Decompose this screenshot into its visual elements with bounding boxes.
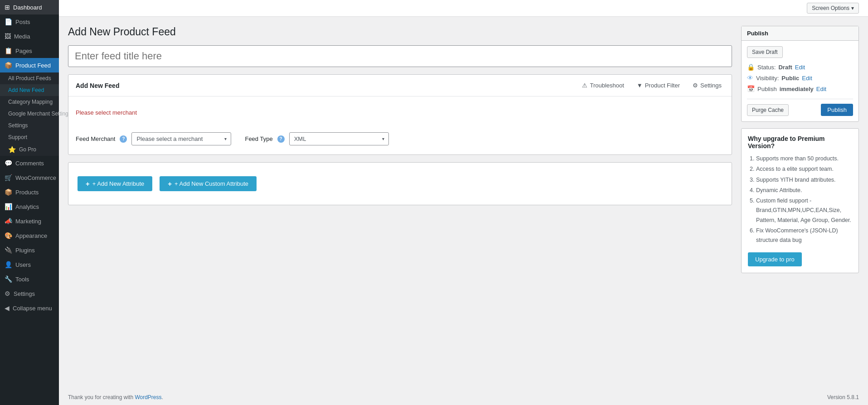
merchant-fields-row: Feed Merchant ? Please select a merchant…: [68, 132, 732, 154]
sidebar-item-settings-main[interactable]: ⚙ Settings: [0, 286, 59, 301]
status-edit-link[interactable]: Edit: [795, 64, 805, 71]
visibility-edit-link[interactable]: Edit: [802, 75, 812, 82]
feed-type-field-group: Feed Type ? XML CSV TSV JSON ▾: [245, 132, 388, 145]
feed-card-title: Add New Feed: [76, 82, 119, 89]
sidebar-item-woocommerce[interactable]: 🛒 WooCommerce: [0, 170, 59, 185]
merchant-select-wrap: Please select a merchant ▾: [131, 132, 231, 145]
dashboard-icon: ⊞: [5, 4, 10, 11]
sidebar-item-support[interactable]: Support: [0, 131, 59, 143]
comments-icon: 💬: [5, 159, 12, 167]
premium-box: Why upgrade to Premium Version? Supports…: [741, 128, 859, 273]
products-icon: 📦: [5, 188, 12, 196]
save-draft-button[interactable]: Save Draft: [747, 46, 783, 58]
footer: Thank you for creating with WordPress. V…: [59, 390, 868, 405]
sidebar-item-label: Settings: [14, 290, 35, 297]
status-row: 🔒 Status: Draft Edit: [747, 62, 853, 72]
right-sidebar: Publish Save Draft 🔒 Status: Draft Edit: [741, 26, 859, 273]
sidebar-item-comments[interactable]: 💬 Comments: [0, 156, 59, 170]
feed-card: Add New Feed ⚠ Troubleshoot ▼ Product Fi…: [68, 74, 732, 155]
sidebar-item-category-mapping[interactable]: Category Mapping: [0, 96, 59, 108]
sidebar-item-marketing[interactable]: 📣 Marketing: [0, 214, 59, 228]
list-item: Fix WooCommerce's (JSON-LD) structure da…: [756, 226, 852, 246]
settings-button[interactable]: ⚙ Settings: [690, 80, 724, 91]
wordpress-link[interactable]: WordPress: [135, 394, 161, 400]
sidebar-item-dashboard[interactable]: ⊞ Dashboard: [0, 0, 59, 14]
analytics-icon: 📊: [5, 203, 12, 210]
sidebar-item-google-merchant[interactable]: Google Merchant Settings: [0, 108, 59, 120]
sidebar-item-posts[interactable]: 📄 Posts: [0, 14, 59, 29]
merchant-notice-text: Please select merchant: [76, 109, 137, 116]
feed-type-select[interactable]: XML CSV TSV JSON: [289, 132, 389, 145]
sidebar-item-users[interactable]: 👤 Users: [0, 257, 59, 272]
add-attribute-label: + Add New Attribute: [92, 180, 145, 187]
troubleshoot-button[interactable]: ⚠ Troubleshoot: [579, 80, 626, 91]
publish-box-body: Save Draft 🔒 Status: Draft Edit 👁 Visibi…: [742, 41, 858, 121]
users-icon: 👤: [5, 261, 12, 268]
page-title: Add New Product Feed: [68, 26, 732, 38]
merchant-help-icon[interactable]: ?: [120, 135, 127, 143]
collapse-label: Collapse menu: [13, 305, 52, 312]
sidebar-item-plugins[interactable]: 🔌 Plugins: [0, 243, 59, 257]
add-custom-attribute-button[interactable]: + + Add New Custom Attribute: [160, 176, 257, 191]
sidebar-item-label: Product Feed: [15, 62, 51, 69]
list-item: Access to a elite support team.: [756, 164, 852, 174]
merchant-select[interactable]: Please select a merchant: [131, 132, 231, 145]
feed-type-help-icon[interactable]: ?: [277, 135, 285, 143]
posts-icon: 📄: [5, 18, 12, 25]
sidebar-item-analytics[interactable]: 📊 Analytics: [0, 199, 59, 214]
sidebar-item-label: Marketing: [15, 218, 41, 225]
sidebar-item-settings[interactable]: Settings: [0, 120, 59, 131]
plugins-icon: 🔌: [5, 246, 12, 254]
visibility-icon: 👁: [747, 74, 753, 82]
sidebar-item-appearance[interactable]: 🎨 Appearance: [0, 228, 59, 243]
sidebar-item-product-feed[interactable]: 📦 Product Feed: [0, 58, 59, 72]
purge-cache-button[interactable]: Purge Cache: [747, 104, 789, 116]
plus-icon-attr: +: [86, 180, 90, 188]
version-text: Version 5.8.1: [827, 394, 859, 400]
appearance-icon: 🎨: [5, 232, 12, 239]
category-mapping-label: Category Mapping: [8, 99, 53, 105]
status-label: Status:: [757, 64, 776, 71]
list-item: Supports YITH brand attributes.: [756, 175, 852, 185]
list-item: Dynamic Attribute.: [756, 186, 852, 195]
settings-label: Settings: [700, 82, 722, 89]
go-pro-label: Go Pro: [19, 146, 36, 153]
star-icon: ⭐: [8, 146, 16, 153]
merchant-notice: Please select merchant: [76, 106, 724, 123]
screen-options-button[interactable]: Screen Options ▾: [807, 3, 859, 14]
status-icon: 🔒: [747, 63, 755, 71]
sidebar-item-collapse[interactable]: ◀ Collapse menu: [0, 301, 59, 315]
product-feed-icon: 📦: [5, 62, 12, 69]
add-attribute-button[interactable]: + + Add New Attribute: [78, 176, 152, 191]
filter-icon: ▼: [637, 82, 643, 89]
sidebar-item-add-new-feed[interactable]: Add New Feed: [0, 84, 59, 96]
publish-time-edit-link[interactable]: Edit: [816, 86, 826, 92]
sidebar: ⊞ Dashboard 📄 Posts 🖼 Media 📋 Pages 📦 Pr…: [0, 0, 59, 405]
feed-card-actions: ⚠ Troubleshoot ▼ Product Filter ⚙ Settin…: [579, 80, 724, 91]
main-panel: Add New Product Feed Add New Feed ⚠ Trou…: [68, 26, 732, 205]
troubleshoot-label: Troubleshoot: [590, 82, 624, 89]
sidebar-item-tools[interactable]: 🔧 Tools: [0, 272, 59, 286]
upgrade-to-pro-button[interactable]: Upgrade to pro: [748, 252, 802, 266]
settings-label: Settings: [8, 122, 28, 129]
sidebar-item-pages[interactable]: 📋 Pages: [0, 43, 59, 58]
feed-type-select-wrap: XML CSV TSV JSON ▾: [289, 132, 389, 145]
sidebar-item-products[interactable]: 📦 Products: [0, 185, 59, 199]
pages-icon: 📋: [5, 47, 12, 54]
feed-merchant-label: Feed Merchant: [76, 135, 115, 142]
product-filter-label: Product Filter: [645, 82, 680, 89]
feed-title-input[interactable]: [68, 45, 732, 67]
marketing-icon: 📣: [5, 217, 12, 225]
list-item: Supports more than 50 products.: [756, 154, 852, 164]
media-icon: 🖼: [5, 33, 11, 40]
add-new-feed-label: Add New Feed: [8, 87, 44, 93]
main-content: Screen Options ▾ Add New Product Feed Ad…: [59, 0, 868, 405]
publish-button[interactable]: Publish: [821, 104, 853, 116]
sidebar-item-media[interactable]: 🖼 Media: [0, 29, 59, 43]
product-filter-button[interactable]: ▼ Product Filter: [634, 80, 683, 91]
sidebar-item-all-feeds[interactable]: All Product Feeds: [0, 72, 59, 84]
publish-box-title: Publish: [747, 30, 768, 37]
collapse-icon: ◀: [5, 304, 10, 312]
sidebar-item-label: Plugins: [15, 247, 35, 254]
sidebar-item-go-pro[interactable]: ⭐ Go Pro: [0, 143, 59, 156]
